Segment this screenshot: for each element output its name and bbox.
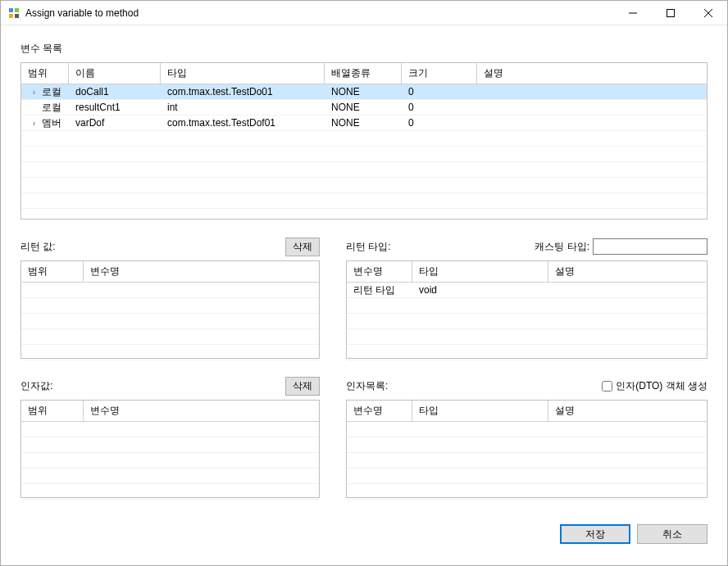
arg-value-header: 범위 변수명 <box>21 401 319 422</box>
return-type-label: 리턴 타입: <box>346 240 391 254</box>
cancel-button[interactable]: 취소 <box>637 524 708 544</box>
table-row[interactable] <box>21 209 707 224</box>
table-row[interactable] <box>21 178 707 193</box>
cell-scope: 멤버 <box>40 116 61 130</box>
table-row[interactable] <box>21 469 319 484</box>
table-row[interactable] <box>21 314 319 329</box>
return-value-table[interactable]: 범위 변수명 <box>20 260 320 359</box>
variable-list-label: 변수 목록 <box>20 42 708 56</box>
expand-icon[interactable]: › <box>28 88 40 97</box>
col-type[interactable]: 타입 <box>412 401 548 421</box>
table-row[interactable]: 로컬resultCnt1intNONE0 <box>21 100 707 115</box>
col-desc[interactable]: 설명 <box>477 63 707 84</box>
table-row[interactable]: 리턴 타입void <box>347 283 707 298</box>
dialog-content: 변수 목록 범위 이름 타입 배열종류 크기 설명 ›로컬doCall1com.… <box>1 25 727 511</box>
dto-checkbox[interactable] <box>602 381 612 392</box>
arg-value-label: 인자값: <box>20 379 52 393</box>
cell-size: 0 <box>402 86 477 97</box>
svg-rect-0 <box>9 8 13 12</box>
arg-value-delete-button[interactable]: 삭제 <box>285 377 320 396</box>
col-array[interactable]: 배열종류 <box>325 63 402 84</box>
table-row[interactable] <box>347 453 707 469</box>
table-row[interactable]: ›멤버varDofcom.tmax.test.TestDof01NONE0 <box>21 115 707 131</box>
table-row[interactable] <box>21 422 319 437</box>
svg-rect-1 <box>15 8 19 12</box>
table-row[interactable] <box>21 329 319 345</box>
table-row[interactable] <box>347 484 707 500</box>
close-button[interactable] <box>689 1 727 25</box>
cell-name: varDof <box>69 117 161 129</box>
cell-type: void <box>412 284 548 296</box>
table-row[interactable] <box>21 453 319 469</box>
svg-rect-3 <box>15 14 19 18</box>
col-varname[interactable]: 변수명 <box>347 401 412 421</box>
variable-list-header: 범위 이름 타입 배열종류 크기 설명 <box>21 63 707 84</box>
cell-type: int <box>161 102 325 113</box>
col-varname[interactable]: 변수명 <box>347 261 412 282</box>
cell-array: NONE <box>325 117 402 129</box>
col-type[interactable]: 타입 <box>161 63 325 84</box>
table-row[interactable] <box>21 298 319 314</box>
table-row[interactable] <box>347 314 707 329</box>
col-desc[interactable]: 설명 <box>548 401 707 421</box>
col-varname[interactable]: 변수명 <box>84 261 319 282</box>
return-value-header: 범위 변수명 <box>21 261 319 283</box>
col-name[interactable]: 이름 <box>69 63 161 84</box>
return-type-header: 변수명 타입 설명 <box>347 261 707 283</box>
col-scope[interactable]: 범위 <box>21 401 84 421</box>
svg-rect-2 <box>9 14 13 18</box>
return-value-label: 리턴 값: <box>20 240 56 254</box>
cell-type: com.tmax.test.TestDof01 <box>161 117 325 129</box>
casting-type-input[interactable] <box>593 238 708 255</box>
cell-type: com.tmax.test.TestDo01 <box>161 86 325 97</box>
casting-type-label: 캐스팅 타입: <box>535 240 589 254</box>
cell-scope: 로컬 <box>40 101 61 115</box>
cell-size: 0 <box>402 102 477 113</box>
cell-size: 0 <box>402 117 477 129</box>
window-title: Assign variable to method <box>25 7 614 19</box>
dialog-buttons: 저장 취소 <box>1 511 727 544</box>
table-row[interactable] <box>21 283 319 298</box>
cell-name: doCall1 <box>69 86 161 97</box>
cell-varname: 리턴 타입 <box>347 283 412 297</box>
col-scope[interactable]: 범위 <box>21 63 69 84</box>
table-row[interactable] <box>347 298 707 314</box>
table-row[interactable] <box>21 147 707 162</box>
cell-array: NONE <box>325 86 402 97</box>
table-row[interactable] <box>21 437 319 453</box>
table-row[interactable] <box>347 345 707 360</box>
arg-list-label: 인자목록: <box>346 379 388 393</box>
table-row[interactable] <box>347 437 707 453</box>
col-scope[interactable]: 범위 <box>21 261 84 282</box>
arg-list-header: 변수명 타입 설명 <box>347 401 707 422</box>
titlebar: Assign variable to method <box>1 1 727 25</box>
table-row[interactable] <box>21 484 319 500</box>
arg-list-table[interactable]: 변수명 타입 설명 <box>346 400 708 498</box>
table-row[interactable] <box>347 422 707 437</box>
table-row[interactable] <box>21 345 319 360</box>
table-row[interactable]: ›로컬doCall1com.tmax.test.TestDo01NONE0 <box>21 84 707 100</box>
table-row[interactable] <box>21 131 707 147</box>
col-varname[interactable]: 변수명 <box>84 401 319 421</box>
table-row[interactable] <box>21 162 707 178</box>
col-type[interactable]: 타입 <box>412 261 548 282</box>
svg-rect-5 <box>667 9 675 16</box>
dto-checkbox-wrap[interactable]: 인자(DTO) 객체 생성 <box>602 379 708 393</box>
table-row[interactable] <box>347 329 707 345</box>
col-size[interactable]: 크기 <box>402 63 477 84</box>
arg-value-table[interactable]: 범위 변수명 <box>20 400 320 498</box>
cell-scope: 로컬 <box>40 85 61 99</box>
variable-list-table[interactable]: 범위 이름 타입 배열종류 크기 설명 ›로컬doCall1com.tmax.t… <box>20 62 708 220</box>
return-value-delete-button[interactable]: 삭제 <box>285 238 320 256</box>
cell-array: NONE <box>325 102 402 113</box>
minimize-button[interactable] <box>614 1 652 25</box>
return-type-table[interactable]: 변수명 타입 설명 리턴 타입void <box>346 260 708 359</box>
table-row[interactable] <box>347 469 707 484</box>
save-button[interactable]: 저장 <box>560 524 630 544</box>
app-icon <box>7 7 20 20</box>
expand-icon[interactable]: › <box>28 119 40 128</box>
table-row[interactable] <box>21 193 707 209</box>
col-desc[interactable]: 설명 <box>548 261 707 282</box>
maximize-button[interactable] <box>652 1 689 25</box>
cell-name: resultCnt1 <box>69 102 161 113</box>
